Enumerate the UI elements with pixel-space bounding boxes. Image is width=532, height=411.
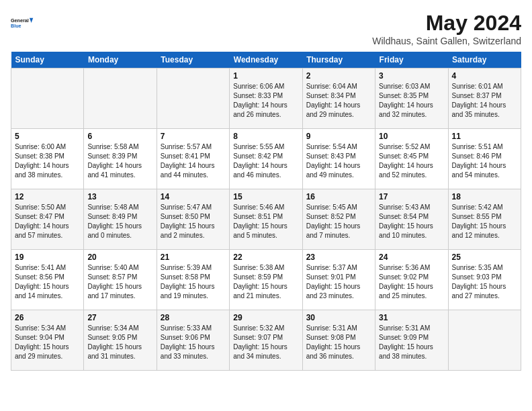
- day-info-27: Sunrise: 5:34 AMSunset: 9:05 PMDaylight:…: [87, 324, 152, 361]
- calendar-table: SundayMondayTuesdayWednesdayThursdayFrid…: [11, 52, 521, 371]
- day-cell-1: 1Sunrise: 6:06 AMSunset: 8:33 PMDaylight…: [230, 68, 302, 129]
- week-row-2: 5Sunrise: 6:00 AMSunset: 8:38 PMDaylight…: [11, 129, 521, 189]
- weekday-saturday: Saturday: [448, 52, 521, 68]
- day-info-5: Sunrise: 6:00 AMSunset: 8:38 PMDaylight:…: [15, 142, 80, 180]
- day-number-15: 15: [233, 192, 298, 201]
- logo-icon: GeneralBlue: [11, 11, 35, 35]
- day-cell-20: 20Sunrise: 5:40 AMSunset: 8:57 PMDayligh…: [84, 250, 157, 310]
- month-year: May 2024: [372, 11, 521, 36]
- day-info-16: Sunrise: 5:45 AMSunset: 8:52 PMDaylight:…: [306, 203, 371, 240]
- day-number-16: 16: [306, 192, 371, 201]
- weekday-thursday: Thursday: [302, 52, 375, 68]
- svg-marker-2: [30, 18, 33, 23]
- weekday-monday: Monday: [84, 52, 157, 68]
- title-block: May 2024 Wildhaus, Saint Gallen, Switzer…: [372, 11, 521, 46]
- week-row-1: 1Sunrise: 6:06 AMSunset: 8:33 PMDaylight…: [11, 68, 521, 129]
- day-number-5: 5: [15, 132, 80, 141]
- day-info-25: Sunrise: 5:35 AMSunset: 9:03 PMDaylight:…: [452, 263, 517, 301]
- weekday-tuesday: Tuesday: [157, 52, 229, 68]
- day-cell-5: 5Sunrise: 6:00 AMSunset: 8:38 PMDaylight…: [11, 129, 84, 189]
- day-cell-29: 29Sunrise: 5:32 AMSunset: 9:07 PMDayligh…: [230, 310, 302, 371]
- day-info-21: Sunrise: 5:39 AMSunset: 8:58 PMDaylight:…: [161, 263, 226, 301]
- day-number-29: 29: [233, 313, 298, 322]
- day-info-31: Sunrise: 5:31 AMSunset: 9:09 PMDaylight:…: [379, 324, 444, 361]
- day-info-6: Sunrise: 5:58 AMSunset: 8:39 PMDaylight:…: [87, 142, 152, 180]
- empty-cell: [11, 68, 84, 129]
- day-number-14: 14: [161, 192, 226, 201]
- logo: GeneralBlue: [11, 11, 35, 35]
- day-cell-8: 8Sunrise: 5:55 AMSunset: 8:42 PMDaylight…: [230, 129, 302, 189]
- day-info-1: Sunrise: 6:06 AMSunset: 8:33 PMDaylight:…: [233, 82, 298, 120]
- weekday-header-row: SundayMondayTuesdayWednesdayThursdayFrid…: [11, 52, 521, 68]
- day-number-28: 28: [161, 313, 226, 322]
- day-number-23: 23: [306, 253, 371, 262]
- weekday-friday: Friday: [375, 52, 448, 68]
- day-info-9: Sunrise: 5:54 AMSunset: 8:43 PMDaylight:…: [306, 142, 371, 180]
- week-row-5: 26Sunrise: 5:34 AMSunset: 9:04 PMDayligh…: [11, 310, 521, 371]
- day-cell-27: 27Sunrise: 5:34 AMSunset: 9:05 PMDayligh…: [84, 310, 157, 371]
- day-cell-7: 7Sunrise: 5:57 AMSunset: 8:41 PMDaylight…: [157, 129, 229, 189]
- day-info-15: Sunrise: 5:46 AMSunset: 8:51 PMDaylight:…: [233, 203, 298, 240]
- weekday-sunday: Sunday: [11, 52, 84, 68]
- day-info-12: Sunrise: 5:50 AMSunset: 8:47 PMDaylight:…: [15, 203, 80, 240]
- day-number-21: 21: [161, 253, 226, 262]
- day-number-8: 8: [233, 132, 298, 141]
- day-number-30: 30: [306, 313, 371, 322]
- day-info-23: Sunrise: 5:37 AMSunset: 9:01 PMDaylight:…: [306, 263, 371, 301]
- day-cell-9: 9Sunrise: 5:54 AMSunset: 8:43 PMDaylight…: [302, 129, 375, 189]
- day-info-17: Sunrise: 5:43 AMSunset: 8:54 PMDaylight:…: [379, 203, 444, 240]
- day-number-12: 12: [15, 192, 80, 201]
- day-number-2: 2: [306, 71, 371, 81]
- day-info-4: Sunrise: 6:01 AMSunset: 8:37 PMDaylight:…: [452, 82, 517, 120]
- empty-cell: [157, 68, 229, 129]
- day-info-7: Sunrise: 5:57 AMSunset: 8:41 PMDaylight:…: [161, 142, 226, 180]
- day-info-10: Sunrise: 5:52 AMSunset: 8:45 PMDaylight:…: [379, 142, 444, 180]
- day-cell-3: 3Sunrise: 6:03 AMSunset: 8:35 PMDaylight…: [375, 68, 448, 129]
- week-row-3: 12Sunrise: 5:50 AMSunset: 8:47 PMDayligh…: [11, 189, 521, 250]
- day-info-26: Sunrise: 5:34 AMSunset: 9:04 PMDaylight:…: [15, 324, 80, 361]
- day-cell-16: 16Sunrise: 5:45 AMSunset: 8:52 PMDayligh…: [302, 189, 375, 250]
- day-cell-30: 30Sunrise: 5:31 AMSunset: 9:08 PMDayligh…: [302, 310, 375, 371]
- calendar-header: SundayMondayTuesdayWednesdayThursdayFrid…: [11, 52, 521, 68]
- day-number-3: 3: [379, 71, 444, 81]
- day-info-3: Sunrise: 6:03 AMSunset: 8:35 PMDaylight:…: [379, 82, 444, 120]
- day-number-22: 22: [233, 253, 298, 262]
- day-number-17: 17: [379, 192, 444, 201]
- day-number-19: 19: [15, 253, 80, 262]
- week-row-4: 19Sunrise: 5:41 AMSunset: 8:56 PMDayligh…: [11, 250, 521, 310]
- empty-cell: [84, 68, 157, 129]
- day-cell-12: 12Sunrise: 5:50 AMSunset: 8:47 PMDayligh…: [11, 189, 84, 250]
- day-info-2: Sunrise: 6:04 AMSunset: 8:34 PMDaylight:…: [306, 82, 371, 120]
- day-info-24: Sunrise: 5:36 AMSunset: 9:02 PMDaylight:…: [379, 263, 444, 301]
- day-info-22: Sunrise: 5:38 AMSunset: 8:59 PMDaylight:…: [233, 263, 298, 301]
- day-number-11: 11: [452, 132, 517, 141]
- page-header: GeneralBlue May 2024 Wildhaus, Saint Gal…: [11, 11, 521, 46]
- day-info-20: Sunrise: 5:40 AMSunset: 8:57 PMDaylight:…: [87, 263, 152, 301]
- day-cell-21: 21Sunrise: 5:39 AMSunset: 8:58 PMDayligh…: [157, 250, 229, 310]
- day-cell-25: 25Sunrise: 5:35 AMSunset: 9:03 PMDayligh…: [448, 250, 521, 310]
- day-number-1: 1: [233, 71, 298, 81]
- day-cell-19: 19Sunrise: 5:41 AMSunset: 8:56 PMDayligh…: [11, 250, 84, 310]
- day-cell-17: 17Sunrise: 5:43 AMSunset: 8:54 PMDayligh…: [375, 189, 448, 250]
- day-cell-13: 13Sunrise: 5:48 AMSunset: 8:49 PMDayligh…: [84, 189, 157, 250]
- empty-cell: [448, 310, 521, 371]
- svg-text:General: General: [11, 17, 29, 24]
- day-info-30: Sunrise: 5:31 AMSunset: 9:08 PMDaylight:…: [306, 324, 371, 361]
- day-info-28: Sunrise: 5:33 AMSunset: 9:06 PMDaylight:…: [161, 324, 226, 361]
- day-cell-10: 10Sunrise: 5:52 AMSunset: 8:45 PMDayligh…: [375, 129, 448, 189]
- day-number-25: 25: [452, 253, 517, 262]
- day-info-14: Sunrise: 5:47 AMSunset: 8:50 PMDaylight:…: [161, 203, 226, 240]
- day-info-19: Sunrise: 5:41 AMSunset: 8:56 PMDaylight:…: [15, 263, 80, 301]
- day-number-13: 13: [87, 192, 152, 201]
- day-info-8: Sunrise: 5:55 AMSunset: 8:42 PMDaylight:…: [233, 142, 298, 180]
- day-cell-31: 31Sunrise: 5:31 AMSunset: 9:09 PMDayligh…: [375, 310, 448, 371]
- day-cell-14: 14Sunrise: 5:47 AMSunset: 8:50 PMDayligh…: [157, 189, 229, 250]
- day-cell-26: 26Sunrise: 5:34 AMSunset: 9:04 PMDayligh…: [11, 310, 84, 371]
- day-cell-23: 23Sunrise: 5:37 AMSunset: 9:01 PMDayligh…: [302, 250, 375, 310]
- day-info-13: Sunrise: 5:48 AMSunset: 8:49 PMDaylight:…: [87, 203, 152, 240]
- day-cell-28: 28Sunrise: 5:33 AMSunset: 9:06 PMDayligh…: [157, 310, 229, 371]
- location: Wildhaus, Saint Gallen, Switzerland: [372, 36, 521, 46]
- svg-text:Blue: Blue: [11, 23, 21, 29]
- day-number-7: 7: [161, 132, 226, 141]
- day-cell-2: 2Sunrise: 6:04 AMSunset: 8:34 PMDaylight…: [302, 68, 375, 129]
